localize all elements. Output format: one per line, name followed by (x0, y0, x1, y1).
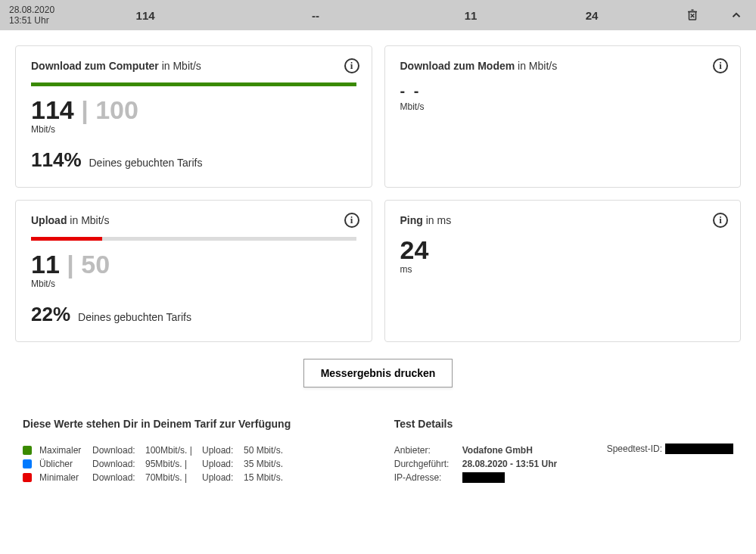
info-icon[interactable]: i (713, 213, 728, 228)
tariff-name: Minimaler (39, 472, 92, 483)
topbar-date: 28.08.2020 (9, 5, 54, 15)
card-title-rest: in Mbit/s (67, 214, 109, 226)
tariff-row-max: Maximaler Download: 100Mbit/s. | Upload:… (23, 445, 364, 456)
tariff-dl-label: Download: (92, 472, 145, 483)
progress-fill (31, 82, 356, 86)
value-separator: | (74, 95, 95, 124)
swatch-green-icon (23, 446, 32, 455)
delete-icon[interactable] (682, 5, 703, 26)
detail-speedtest-id: Speedtest-ID: (607, 444, 733, 454)
download-value: 114 | 100 (31, 97, 356, 123)
target-value: 50 (81, 250, 110, 279)
unit-label: Mbit/s (31, 279, 356, 289)
topbar-time: 13:51 Uhr (9, 15, 54, 26)
tariff-heading: Diese Werte stehen Dir in Deinem Tarif z… (23, 418, 364, 430)
card-title-bold: Upload (31, 214, 67, 226)
target-value: 100 (95, 95, 138, 124)
upload-value: 11 | 50 (31, 251, 356, 277)
measured-value: 11 (31, 250, 60, 279)
details-heading: Test Details (394, 418, 584, 430)
progress-bar (31, 82, 356, 86)
card-title: Download zum Modem in Mbit/s (400, 60, 726, 72)
progress-bar (31, 237, 356, 241)
card-title-bold: Download zum Modem (400, 60, 515, 72)
summary-topbar: 28.08.2020 13:51 Uhr 114 -- 11 24 (0, 0, 756, 30)
ping-value: 24 (400, 237, 726, 263)
collapse-icon[interactable] (726, 5, 747, 26)
detail-provider: Anbieter: Vodafone GmbH (394, 445, 584, 456)
measured-value: 114 (31, 95, 74, 124)
tariff-ul-label: Upload: (202, 459, 244, 469)
tariff-row-usual: Üblicher Download: 95Mbit/s. | Upload: 3… (23, 459, 364, 469)
card-title-rest: in Mbit/s (515, 60, 557, 72)
detail-label: Anbieter: (394, 445, 462, 456)
info-icon[interactable]: i (344, 213, 359, 228)
unit-label: ms (400, 264, 726, 275)
card-title: Download zum Computer in Mbit/s (31, 60, 356, 72)
print-result-button[interactable]: Messergebnis drucken (303, 359, 453, 387)
tariff-section: Diese Werte stehen Dir in Deinem Tarif z… (23, 418, 364, 486)
card-title-bold: Ping (400, 214, 423, 226)
percent-label: Deines gebuchten Tarifs (89, 157, 203, 169)
tariff-dl-value: 95Mbit/s. | (145, 459, 202, 469)
tariff-ul-label: Upload: (202, 472, 244, 483)
detail-label: Durchgeführt: (394, 459, 462, 469)
unit-label: Mbit/s (400, 101, 726, 112)
detail-value: 28.08.2020 - 13:51 Uhr (462, 459, 557, 469)
detail-value: Vodafone GmbH (462, 445, 533, 456)
topbar-datetime: 28.08.2020 13:51 Uhr (9, 5, 54, 26)
topbar-ping-value: 24 (546, 9, 637, 22)
card-title: Upload in Mbit/s (31, 214, 356, 226)
card-title-bold: Download zum Computer (31, 60, 159, 72)
tariff-dl-label: Download: (92, 459, 145, 469)
card-ping: i Ping in ms 24 ms (384, 200, 742, 342)
detail-label: Speedtest-ID: (607, 444, 662, 454)
swatch-blue-icon (23, 459, 32, 468)
tariff-ul-label: Upload: (202, 445, 244, 456)
detail-performed: Durchgeführt: 28.08.2020 - 13:51 Uhr (394, 459, 584, 469)
percent-value: 22% (31, 303, 70, 326)
detail-ip: IP-Adresse: (394, 472, 584, 483)
topbar-modem-value: -- (236, 9, 395, 22)
card-download-modem: i Download zum Modem in Mbit/s - - Mbit/… (384, 45, 742, 188)
redacted-ip (462, 472, 505, 483)
percent-value: 114% (31, 148, 82, 172)
card-title-rest: in Mbit/s (159, 60, 201, 72)
topbar-upload-value: 11 (395, 9, 546, 22)
percent-label: Deines gebuchten Tarifs (78, 311, 191, 323)
modem-value: - - (400, 82, 726, 100)
tariff-ul-value: 35 Mbit/s. (244, 459, 297, 469)
tariff-row-min: Minimaler Download: 70Mbit/s. | Upload: … (23, 472, 364, 483)
value-separator: | (60, 250, 81, 279)
card-title: Ping in ms (400, 214, 726, 226)
detail-label: IP-Adresse: (394, 472, 462, 483)
swatch-red-icon (23, 473, 32, 482)
tariff-dl-value: 70Mbit/s. | (145, 472, 202, 483)
redacted-id (665, 444, 733, 454)
tariff-ul-value: 15 Mbit/s. (244, 472, 297, 483)
content-area: i Download zum Computer in Mbit/s 114 | … (0, 30, 756, 501)
card-upload: i Upload in Mbit/s 11 | 50 Mbit/s 22% De… (15, 200, 372, 342)
card-download-computer: i Download zum Computer in Mbit/s 114 | … (15, 45, 372, 188)
tariff-name: Maximaler (39, 445, 92, 456)
tariff-dl-label: Download: (92, 445, 145, 456)
info-icon[interactable]: i (344, 58, 359, 73)
details-section: Test Details Anbieter: Vodafone GmbH Dur… (394, 418, 733, 486)
info-icon[interactable]: i (713, 58, 728, 73)
topbar-download-value: 114 (54, 9, 236, 22)
tariff-dl-value: 100Mbit/s. | (145, 445, 202, 456)
unit-label: Mbit/s (31, 124, 356, 135)
tariff-name: Üblicher (39, 459, 92, 469)
progress-fill (31, 237, 102, 241)
card-title-rest: in ms (423, 214, 451, 226)
tariff-ul-value: 50 Mbit/s. (244, 445, 297, 456)
